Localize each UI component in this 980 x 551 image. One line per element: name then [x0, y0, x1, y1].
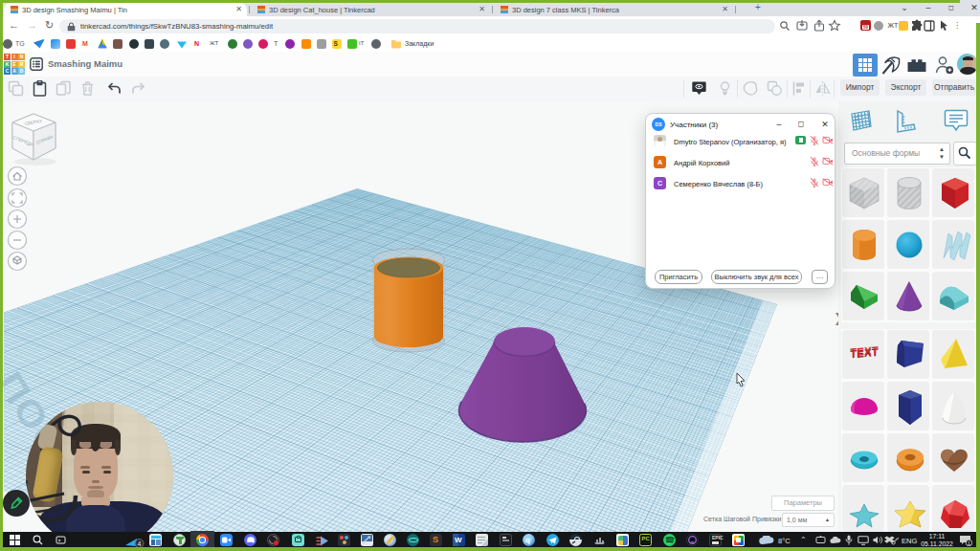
- svg-text:4: 4: [138, 540, 142, 547]
- svg-text:TEXT: TEXT: [850, 344, 878, 359]
